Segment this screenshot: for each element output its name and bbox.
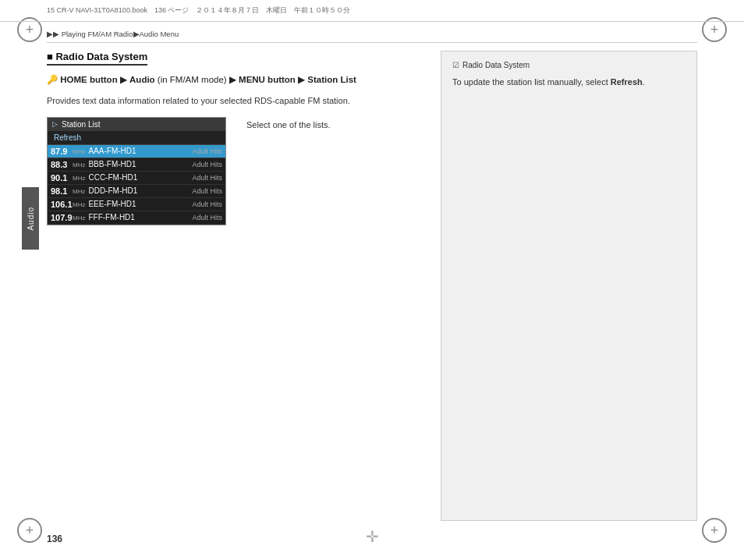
freq-num: 88.3 <box>51 160 73 169</box>
station-genre: Adult Hits <box>192 161 222 168</box>
freq-unit: MHz <box>73 175 85 183</box>
header-bar: 15 CR-V NAVI-31T0A8100.book 136 ページ ２０１４… <box>0 0 744 22</box>
right-panel-text-bold: Refresh <box>611 77 643 87</box>
station-row[interactable]: 87.9 MHz AAA-FM-HD1 Adult Hits <box>48 145 225 158</box>
freq-num: 87.9 <box>51 147 73 156</box>
main-content: Radio Data System 🔑 HOME button ▶ Audio … <box>47 51 421 521</box>
description-text: Provides text data information related t… <box>47 94 421 108</box>
right-panel-text: To update the station list manually, sel… <box>452 76 686 90</box>
refresh-row[interactable]: Refresh <box>48 131 225 145</box>
freq-unit: MHz <box>73 201 85 209</box>
station-list-label: Station List <box>307 75 356 84</box>
freq-num: 90.1 <box>51 173 73 183</box>
freq-num: 98.1 <box>51 186 73 196</box>
station-genre: Adult Hits <box>192 200 222 208</box>
radio-icon: ▷ <box>52 120 58 128</box>
station-genre: Adult Hits <box>192 147 222 155</box>
home-icon: 🔑 <box>47 75 58 84</box>
freq-num: 106.1 <box>51 200 73 209</box>
station-row[interactable]: 106.1 MHz EEE-FM-HD1 Adult Hits <box>48 198 225 211</box>
right-panel-text-after: . <box>643 77 645 87</box>
station-list-header: ▷ Station List <box>48 118 225 131</box>
right-panel-title: Radio Data System <box>452 61 686 69</box>
right-panel: Radio Data System To update the station … <box>441 51 697 521</box>
station-row[interactable]: 98.1 MHz DDD-FM-HD1 Adult Hits <box>48 185 225 198</box>
nav-arrow-3: ▶ <box>298 75 307 84</box>
station-list-ui: ▷ Station List Refresh 87.9 MHz AAA-FM-H… <box>47 117 226 225</box>
page-number: 136 <box>47 533 62 544</box>
freq-unit: MHz <box>73 148 85 156</box>
sidebar-tab: Audio <box>22 187 39 250</box>
station-genre: Adult Hits <box>192 214 222 222</box>
freq-num: 107.9 <box>51 213 73 222</box>
nav-arrow-1: ▶ <box>120 75 129 84</box>
station-name: FFF-FM-HD1 <box>88 213 189 222</box>
station-genre: Adult Hits <box>192 174 222 182</box>
nav-path: 🔑 HOME button ▶ Audio (in FM/AM mode) ▶ … <box>47 73 421 87</box>
nav-arrow-2: ▶ <box>229 75 239 84</box>
home-button-label: HOME button <box>60 75 117 84</box>
station-name: BBB-FM-HD1 <box>88 160 189 168</box>
select-text: Select one of the lists. <box>246 117 331 129</box>
corner-mark-bl <box>17 518 42 543</box>
sidebar-label: Audio <box>27 207 35 231</box>
station-row[interactable]: 88.3 MHz BBB-FM-HD1 Adult Hits <box>48 158 225 172</box>
station-name: EEE-FM-HD1 <box>88 200 189 208</box>
station-row[interactable]: 90.1 MHz CCC-FM-HD1 Adult Hits <box>48 172 225 185</box>
breadcrumb-divider <box>47 42 697 43</box>
corner-mark-br <box>702 518 727 543</box>
right-panel-text-before: To update the station list manually, sel… <box>452 77 611 87</box>
station-list-title: Station List <box>62 120 100 129</box>
station-row[interactable]: 107.9 MHz FFF-FM-HD1 Adult Hits <box>48 211 225 225</box>
station-rows-container: 87.9 MHz AAA-FM-HD1 Adult Hits 88.3 MHz … <box>48 145 225 225</box>
freq-unit: MHz <box>73 214 85 222</box>
station-name: CCC-FM-HD1 <box>88 173 189 182</box>
station-name: AAA-FM-HD1 <box>88 147 189 155</box>
freq-unit: MHz <box>73 188 85 196</box>
bottom-crosshair: ✛ <box>366 527 379 546</box>
station-area: ▷ Station List Refresh 87.9 MHz AAA-FM-H… <box>47 117 421 225</box>
freq-unit: MHz <box>73 161 85 169</box>
audio-note: (in FM/AM mode) <box>158 75 229 84</box>
menu-label: MENU button <box>239 75 296 84</box>
audio-label: Audio <box>129 75 155 84</box>
station-genre: Adult Hits <box>192 187 222 195</box>
file-info: 15 CR-V NAVI-31T0A8100.book 136 ページ ２０１４… <box>47 5 350 16</box>
station-name: DDD-FM-HD1 <box>88 186 189 195</box>
section-heading: Radio Data System <box>47 51 147 66</box>
breadcrumb: ▶▶ Playing FM/AM Radio▶Audio Menu <box>47 30 179 38</box>
